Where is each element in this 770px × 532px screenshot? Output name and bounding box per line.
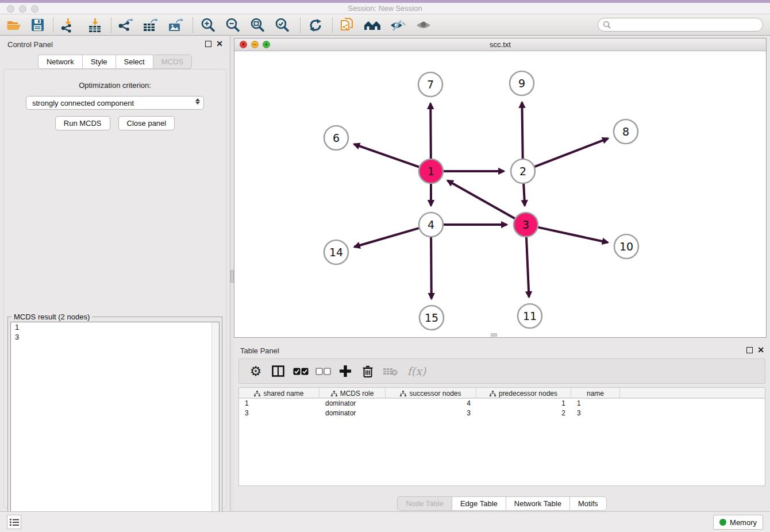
edge-3-11[interactable] <box>526 237 529 297</box>
edge-2-8[interactable] <box>535 138 609 167</box>
table-cell[interactable]: 3 <box>571 408 620 418</box>
criterion-dropdown[interactable]: strongly connected component <box>26 96 204 110</box>
float-table-panel-button[interactable] <box>746 347 753 353</box>
add-column-button[interactable] <box>337 361 354 381</box>
tab-node-table[interactable]: Node Table <box>397 496 452 511</box>
import-network-button[interactable] <box>57 16 79 34</box>
edge-4-15[interactable] <box>431 237 432 299</box>
network-window-title: scc.txt <box>234 40 766 49</box>
save-session-button[interactable] <box>26 16 48 34</box>
table-row[interactable]: 1dominator411 <box>239 399 765 408</box>
export-network-button[interactable] <box>114 16 136 34</box>
tab-mcds[interactable]: MCDS <box>153 55 192 69</box>
search-box[interactable] <box>598 18 763 32</box>
graph-node-8[interactable]: 8 <box>614 119 638 144</box>
column-header-label: successor nodes <box>409 390 461 398</box>
table-cell[interactable]: 3 <box>239 408 319 418</box>
node-label: 2 <box>519 165 526 178</box>
edge-2-9[interactable] <box>522 102 522 159</box>
graph-node-4[interactable]: 4 <box>419 213 443 237</box>
delete-table-icon <box>383 367 398 376</box>
column-header-shared-name[interactable]: shared name <box>239 388 319 399</box>
graph-node-10[interactable]: 10 <box>614 234 638 259</box>
column-layout-button[interactable] <box>270 361 287 381</box>
memory-button[interactable]: Memory <box>713 515 763 530</box>
graph-node-9[interactable]: 9 <box>510 71 534 95</box>
new-network-from-selection-button[interactable] <box>336 16 358 34</box>
deselect-all-rows-button[interactable] <box>314 361 332 381</box>
column-header-MCDS-role[interactable]: MCDS role <box>319 388 386 399</box>
zoom-fit-icon <box>250 18 265 33</box>
close-table-panel-icon[interactable]: ✕ <box>757 345 764 354</box>
column-header-label: shared name <box>263 390 303 398</box>
main-toolbar <box>0 14 770 36</box>
network-canvas[interactable]: 7968124314101511 <box>234 51 766 337</box>
show-all-button[interactable] <box>413 16 434 34</box>
edge-4-14[interactable] <box>355 228 419 247</box>
table-cell[interactable]: 1 <box>476 399 571 408</box>
graph-node-3[interactable]: 3 <box>514 213 538 237</box>
zoom-selected-button[interactable] <box>271 16 293 34</box>
tab-edge-table[interactable]: Edge Table <box>452 496 506 511</box>
tab-network-table[interactable]: Network Table <box>506 496 569 511</box>
export-image-button[interactable] <box>164 16 186 34</box>
graph-node-1[interactable]: 1 <box>419 159 443 183</box>
export-table-button[interactable] <box>139 16 161 34</box>
first-neighbors-button[interactable] <box>361 16 383 34</box>
table-cell[interactable]: 2 <box>476 408 571 418</box>
mcds-result-list[interactable]: 13 <box>10 322 220 532</box>
tab-network[interactable]: Network <box>38 55 82 69</box>
graph-node-6[interactable]: 6 <box>324 126 348 150</box>
network-resize-handle[interactable] <box>491 333 497 337</box>
zoom-out-button[interactable] <box>222 16 244 34</box>
search-input[interactable] <box>614 21 752 29</box>
zoom-in-button[interactable] <box>197 16 219 34</box>
edge-3-1[interactable] <box>448 180 515 218</box>
run-mcds-button[interactable]: Run MCDS <box>55 116 110 130</box>
tab-select[interactable]: Select <box>116 55 153 69</box>
edge-1-7[interactable] <box>430 103 431 159</box>
edge-3-10[interactable] <box>538 228 607 242</box>
refresh-button[interactable] <box>305 16 326 34</box>
table-cell[interactable]: 4 <box>386 399 476 408</box>
graph-node-7[interactable]: 7 <box>418 72 442 97</box>
tab-style[interactable]: Style <box>82 55 116 69</box>
import-table-button[interactable] <box>84 16 106 34</box>
table-toolbar: ⚙ f(x) <box>238 358 765 384</box>
edge-2-3[interactable] <box>523 184 525 206</box>
refresh-icon <box>308 18 323 33</box>
graph-node-2[interactable]: 2 <box>511 159 535 183</box>
graph-node-14[interactable]: 14 <box>324 240 348 264</box>
table-row[interactable]: 3dominator323 <box>239 408 765 418</box>
table-cell[interactable]: 1 <box>239 399 319 408</box>
float-panel-button[interactable] <box>205 41 211 47</box>
gear-button[interactable]: ⚙ <box>247 361 264 381</box>
network-window-titlebar[interactable]: × − + scc.txt <box>234 38 766 51</box>
table-cell[interactable]: 3 <box>386 408 476 418</box>
column-header-predecessor-nodes[interactable]: predecessor nodes <box>476 388 571 399</box>
zoom-fit-button[interactable] <box>247 16 268 34</box>
graph-node-11[interactable]: 11 <box>518 304 542 328</box>
table-cell[interactable]: 1 <box>571 399 620 408</box>
select-all-rows-button[interactable] <box>292 361 309 381</box>
edge-1-6[interactable] <box>354 144 419 167</box>
tab-motifs[interactable]: Motifs <box>569 496 607 511</box>
column-header-successor-nodes[interactable]: successor nodes <box>386 388 476 399</box>
node-table[interactable]: shared nameMCDS rolesuccessor nodesprede… <box>238 387 765 486</box>
table-panel-title: Table Panel <box>240 346 279 355</box>
node-label: 6 <box>333 132 340 144</box>
node-label: 3 <box>522 218 529 231</box>
table-cell[interactable]: dominator <box>319 408 386 418</box>
hierarchy-icon <box>400 391 406 396</box>
close-panel-button[interactable]: Close panel <box>118 116 175 130</box>
open-session-button[interactable] <box>3 16 25 34</box>
hide-selected-button[interactable] <box>387 16 409 34</box>
result-scrollbar[interactable] <box>211 322 219 531</box>
close-panel-icon[interactable]: ✕ <box>216 39 223 48</box>
task-history-button[interactable] <box>7 515 21 529</box>
column-header-name[interactable]: name <box>571 388 620 399</box>
network-graph[interactable]: 7968124314101511 <box>234 51 766 337</box>
delete-column-button[interactable] <box>359 361 376 381</box>
graph-node-15[interactable]: 15 <box>419 306 444 330</box>
table-cell[interactable]: dominator <box>319 399 386 408</box>
